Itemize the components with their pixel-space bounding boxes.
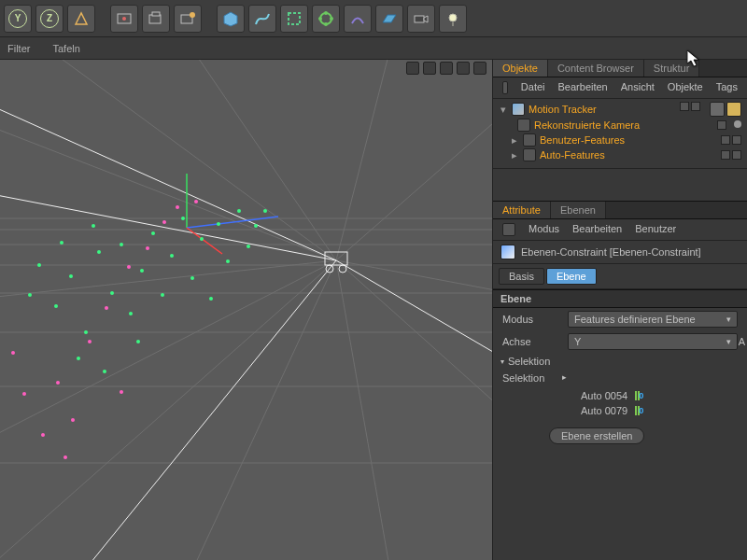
svg-line-30 (336, 60, 392, 260)
expand-icon[interactable]: ▸ (510, 149, 519, 161)
floor-button[interactable] (375, 5, 403, 33)
selektion-header[interactable]: ▾ Selektion (493, 353, 747, 370)
deformer-button[interactable] (344, 5, 372, 33)
svg-marker-14 (383, 15, 396, 22)
axis-extra: A (739, 336, 745, 347)
om-menu-tags[interactable]: Tags (716, 81, 738, 94)
vis-toggle[interactable] (721, 135, 730, 145)
selektion-header-label: Selektion (508, 356, 550, 367)
vis-toggle[interactable] (680, 102, 689, 111)
row-modus: Modus Features definieren Ebene▾ (493, 308, 747, 330)
svg-point-13 (318, 17, 322, 21)
vis-toggle[interactable] (721, 150, 730, 160)
camera-icon (517, 119, 530, 132)
axis-z-button[interactable]: Z (35, 5, 63, 33)
row-achse: Achse Y▾ A (493, 330, 747, 353)
om-menu-ansicht[interactable]: Ansicht (621, 81, 655, 94)
expand-icon[interactable]: ▸ (510, 134, 519, 147)
spline-button[interactable] (248, 5, 276, 33)
svg-rect-8 (289, 13, 300, 24)
svg-line-31 (336, 97, 493, 260)
tree-row-motion-tracker: ▾ Motion Tracker (493, 101, 747, 118)
light-button[interactable] (439, 5, 467, 33)
tag-1[interactable] (710, 102, 725, 117)
active-dot[interactable] (734, 120, 741, 128)
cube-button[interactable] (217, 5, 245, 33)
am-menu-benutzer[interactable]: Benutzer (635, 223, 676, 236)
features-icon (523, 148, 536, 161)
tree-label-rekon-kamera[interactable]: Rekonstruierte Kamera (534, 119, 640, 131)
right-panel: Objekte Content Browser Struktur Datei B… (493, 60, 747, 560)
tab-content-browser[interactable]: Content Browser (548, 60, 644, 77)
tree-label-auto-features[interactable]: Auto-Features (540, 149, 605, 161)
selektion-item-0[interactable]: Auto 0054 (581, 390, 627, 401)
tab-struktur[interactable]: Struktur (644, 60, 700, 77)
attribute-menu: Modus Bearbeiten Benutzer (493, 219, 747, 241)
render-queue-button[interactable] (174, 5, 202, 33)
subtab-basis[interactable]: Basis (499, 268, 544, 285)
camera-button[interactable] (407, 5, 435, 33)
constraint-icon (500, 245, 515, 259)
svg-line-40 (0, 190, 336, 260)
expand-icon[interactable]: ▾ (499, 104, 508, 116)
svg-point-2 (122, 17, 126, 21)
svg-marker-0 (76, 13, 87, 24)
om-menu-objekte[interactable]: Objekte (668, 81, 703, 94)
attribute-object-header: Ebenen-Constraint [Ebenen-Constraint] (493, 241, 747, 264)
om-menu-bearbeiten[interactable]: Bearbeiten (558, 81, 608, 94)
feature-indicator-icon: 0 (635, 391, 648, 400)
svg-line-35 (187, 260, 336, 560)
object-manager-menu: Datei Bearbeiten Ansicht Objekte Tags (493, 77, 747, 99)
motion-tracker-icon (512, 103, 525, 116)
am-menu-modus[interactable]: Modus (529, 223, 559, 236)
coord-button[interactable] (67, 5, 95, 33)
am-grip-icon[interactable] (502, 223, 515, 236)
nurbs-button[interactable] (280, 5, 308, 33)
tab-attribute[interactable]: Attribute (493, 202, 551, 218)
create-plane-button[interactable]: Ebene erstellen (549, 427, 644, 444)
svg-line-39 (0, 97, 336, 260)
label-achse: Achse (502, 336, 558, 347)
viewport-subbar: Filter Tafeln (0, 37, 747, 60)
filter-menu[interactable]: Filter (7, 43, 30, 54)
render-toggle[interactable] (732, 150, 741, 160)
render-toggle[interactable] (691, 102, 700, 111)
subtab-ebene[interactable]: Ebene (546, 268, 597, 285)
attribute-tabs: Attribute Ebenen (493, 201, 747, 219)
tree-label-motion-tracker[interactable]: Motion Tracker (529, 104, 597, 115)
tree-row-rekon-kamera: Rekonstruierte Kamera (493, 118, 747, 133)
svg-marker-7 (224, 12, 237, 26)
om-grip-icon[interactable] (502, 81, 508, 94)
viewport[interactable] (0, 60, 493, 560)
tree-label-benutzer-features[interactable]: Benutzer-Features (540, 134, 625, 146)
selektion-item-1[interactable]: Auto 0079 (581, 405, 627, 416)
svg-line-37 (0, 260, 336, 461)
om-menu-datei[interactable]: Datei (521, 81, 545, 94)
section-ebene: Ebene (493, 289, 747, 308)
vis-toggle[interactable] (717, 120, 726, 130)
tree-row-benutzer-features: ▸ Benutzer-Features (493, 133, 747, 147)
render-settings-button[interactable] (142, 5, 170, 33)
render-view-button[interactable] (110, 5, 138, 33)
axis-y-button[interactable]: Y (4, 5, 32, 33)
svg-rect-4 (152, 12, 160, 16)
svg-line-34 (336, 260, 392, 560)
object-manager-tabs: Objekte Content Browser Struktur (493, 60, 747, 77)
tafeln-menu[interactable]: Tafeln (52, 43, 79, 54)
label-selektion: Selektion (502, 372, 558, 384)
tab-ebenen[interactable]: Ebenen (551, 202, 606, 218)
render-toggle[interactable] (732, 135, 741, 145)
chevron-right-icon: ▸ (562, 372, 567, 382)
attribute-object-name: Ebenen-Constraint [Ebenen-Constraint] (521, 246, 701, 258)
dropdown-achse[interactable]: Y▾ (568, 333, 738, 350)
am-menu-bearbeiten[interactable]: Bearbeiten (572, 223, 622, 236)
tag-2[interactable] (726, 102, 741, 117)
tab-objekte[interactable]: Objekte (493, 60, 548, 77)
tree-row-auto-features: ▸ Auto-Features (493, 147, 747, 162)
dropdown-modus[interactable]: Features definieren Ebene▾ (568, 311, 738, 328)
selektion-list: Auto 0054 0 Auto 0079 0 (493, 386, 747, 422)
array-button[interactable] (312, 5, 340, 33)
chevron-down-icon: ▾ (726, 315, 731, 324)
dropdown-modus-value: Features definieren Ebene (574, 314, 696, 325)
object-tree: ▾ Motion Tracker Rekonstruierte Kamera ▸… (493, 99, 747, 169)
